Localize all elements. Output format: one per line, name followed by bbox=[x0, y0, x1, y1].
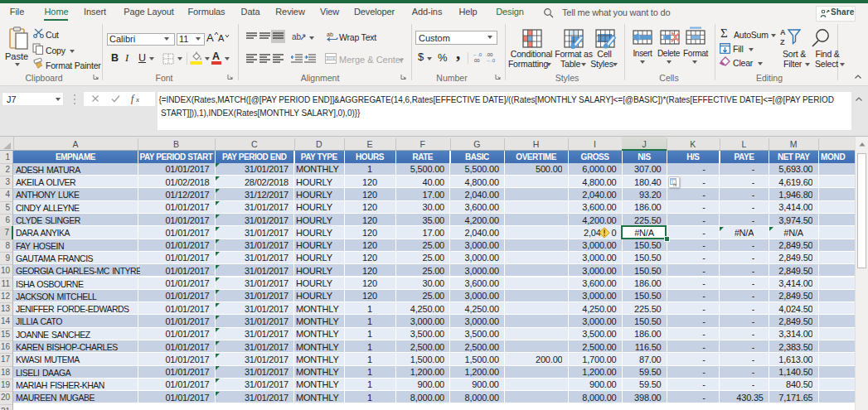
svg-text:fx: fx bbox=[673, 182, 677, 187]
svg-text:←.0: ←.0 bbox=[473, 52, 482, 57]
svg-text:A: A bbox=[780, 28, 786, 36]
svg-text:ab: ab bbox=[292, 32, 302, 41]
svg-text:00: 00 bbox=[474, 58, 480, 63]
svg-text:Z: Z bbox=[780, 38, 785, 46]
svg-text:ab: ab bbox=[327, 31, 333, 37]
svg-text:.00: .00 bbox=[486, 52, 493, 57]
svg-text:→.0: →.0 bbox=[486, 58, 496, 63]
